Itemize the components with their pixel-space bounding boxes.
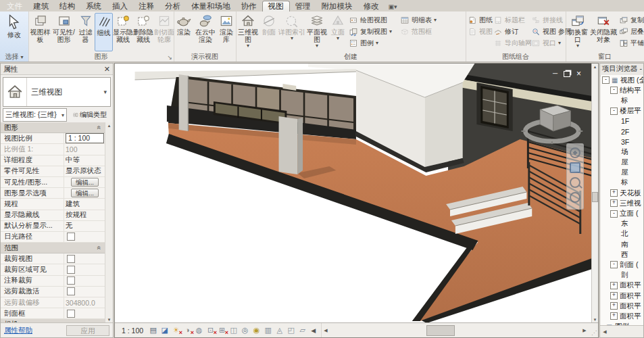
tree-expander-icon[interactable]: +: [610, 189, 618, 197]
ribbon-tab[interactable]: 修改: [358, 1, 385, 11]
ribbon-tab[interactable]: 附加模块: [316, 1, 358, 11]
filters-button[interactable]: 过滤器: [76, 13, 95, 51]
elevation-button[interactable]: 立面▾: [328, 13, 347, 51]
remove-hidden-lines-button[interactable]: 删除隐藏线: [133, 13, 153, 51]
cut-profile-button[interactable]: 剖切面轮廓: [153, 13, 175, 51]
tree-item[interactable]: 屋: [601, 158, 643, 168]
tree-item[interactable]: 东: [601, 219, 643, 229]
view-control-icon[interactable]: ◉: [251, 325, 262, 335]
tree-item[interactable]: 标: [601, 95, 643, 105]
view-control-icon[interactable]: ◑ ×: [182, 325, 193, 335]
scroll-right-icon[interactable]: ▶: [580, 323, 589, 337]
tree-expander-icon[interactable]: +: [610, 199, 618, 207]
viewport-button[interactable]: 视口▾: [530, 37, 566, 49]
horizontal-scrollbar[interactable]: ◀ ▶ ⋰: [321, 323, 598, 337]
ribbon-tab[interactable]: 管理: [290, 1, 316, 11]
tree-item[interactable]: 1F: [601, 116, 643, 126]
property-row[interactable]: 远剪裁激活: [1, 287, 105, 297]
steering-wheel-icon[interactable]: [570, 147, 580, 158]
checkbox[interactable]: [67, 255, 75, 263]
ribbon-tab[interactable]: 视图: [262, 1, 290, 11]
tree-item[interactable]: 场: [601, 147, 643, 157]
render-in-cloud-button[interactable]: 在云中渲染: [193, 13, 218, 51]
view-control-icon[interactable]: ◎: [240, 325, 250, 335]
tree-item[interactable]: 剖: [601, 270, 643, 281]
tile-windows-button[interactable]: 平铺: [618, 37, 643, 49]
property-row[interactable]: 图形显示选项 编辑...: [1, 188, 105, 199]
modify-button[interactable]: 修改: [0, 13, 28, 52]
type-selector[interactable]: 三维视图 ▾: [3, 77, 111, 107]
duplicate-view-button[interactable]: 复制视图▾: [347, 26, 399, 37]
vertical-scrollbar[interactable]: ▲ ▼: [591, 64, 598, 323]
render-button[interactable]: 渲染: [174, 13, 193, 51]
close-icon[interactable]: ✕: [104, 65, 110, 74]
checkbox[interactable]: [67, 233, 75, 241]
ribbon-tab[interactable]: 文件: [1, 1, 28, 11]
ribbon-tab[interactable]: 体量和场地: [186, 1, 236, 11]
title-block-button[interactable]: 标题栏: [492, 14, 530, 26]
tree-expander-icon[interactable]: -: [610, 107, 618, 115]
ribbon-tab[interactable]: 插入: [107, 1, 133, 11]
checkbox[interactable]: [67, 287, 75, 295]
properties-scrollbar[interactable]: ▲ ▼: [105, 122, 113, 323]
callout-button[interactable]: 详图索引▾: [278, 13, 305, 51]
property-row[interactable]: 视图比例 1 : 100: [1, 133, 105, 144]
tree-expander-icon[interactable]: -: [610, 87, 618, 94]
tree-expander-icon[interactable]: -: [610, 261, 618, 268]
model-viewport[interactable]: ─ ×: [115, 64, 592, 323]
tree-item[interactable]: - 剖面 (: [601, 260, 643, 270]
chevron-left-icon[interactable]: ◀: [309, 327, 317, 334]
ribbon-tab[interactable]: 协作: [236, 1, 262, 11]
view-template-button[interactable]: 视图样板: [29, 13, 51, 51]
sheet-button[interactable]: 图纸: [466, 14, 492, 26]
view-scale-control[interactable]: 1 : 100: [119, 326, 146, 335]
tree-item[interactable]: - 结构平: [601, 85, 643, 95]
tree-item[interactable]: + 面积平: [601, 281, 643, 291]
ribbon-tab[interactable]: 系统: [80, 1, 107, 11]
view-button[interactable]: 视图: [466, 26, 492, 37]
edit-type-button[interactable]: 编辑类型: [69, 108, 111, 122]
property-row[interactable]: 零件可见性 显示原状态: [1, 166, 105, 177]
property-row[interactable]: 可见性/图形... 编辑...: [1, 177, 105, 188]
collapse-chevron-icon[interactable]: «: [96, 246, 103, 250]
view-control-icon[interactable]: ▤: [148, 325, 158, 335]
scroll-left-icon[interactable]: ◀: [322, 323, 330, 337]
scroll-up-icon[interactable]: ▲: [105, 122, 113, 129]
tree-item[interactable]: - 立面 (: [601, 208, 643, 218]
property-row[interactable]: 详细程度 中等: [1, 155, 105, 166]
replicate-window-button[interactable]: 复制: [618, 14, 643, 26]
edit-button[interactable]: 编辑...: [71, 189, 99, 197]
view-control-icon[interactable]: ▥: [263, 325, 273, 335]
property-row[interactable]: 规程 建筑: [1, 199, 105, 210]
show-hidden-lines-button[interactable]: 显示隐藏线: [113, 13, 133, 51]
full-navigation-icon[interactable]: [570, 162, 580, 173]
3d-view-button[interactable]: 三维视图▾: [237, 13, 259, 51]
view-reference-button[interactable]: 视图 参照: [530, 26, 566, 37]
drawing-area[interactable]: ─ × ▲ ▼ 1 : 100: [114, 63, 599, 338]
tree-item[interactable]: + 面积平: [601, 311, 643, 321]
property-row[interactable]: 显示隐藏线 按规程: [1, 210, 105, 221]
property-row[interactable]: 裁剪区域可见: [1, 264, 105, 275]
apply-button[interactable]: 应用: [66, 325, 109, 336]
edit-button[interactable]: 编辑...: [71, 178, 99, 187]
property-row[interactable]: 范围 «: [1, 243, 105, 254]
property-row[interactable]: 图形 «: [1, 122, 105, 133]
close-hidden-button[interactable]: 关闭隐藏对象: [589, 13, 618, 51]
resize-grip[interactable]: ⋰: [591, 330, 597, 336]
tree-item[interactable]: 3F: [601, 137, 643, 147]
view-control-icon[interactable]: ⊡ ×: [205, 325, 216, 335]
tree-item[interactable]: 屋: [601, 168, 643, 178]
view-control-icon[interactable]: ◫: [228, 325, 239, 335]
tree-item[interactable]: + 天花板: [601, 188, 643, 198]
property-row[interactable]: 比例值 1: 100: [1, 144, 105, 155]
tree-item[interactable]: - 楼层平: [601, 106, 643, 116]
tree-item[interactable]: + 面积平: [601, 291, 643, 301]
browser-horizontal-scrollbar[interactable]: ◀: [600, 325, 643, 337]
view-control-icon[interactable]: ☀ ×: [171, 325, 181, 335]
checkbox[interactable]: [67, 276, 75, 285]
scrollbar-thumb[interactable]: [426, 325, 455, 336]
view-control-icon[interactable]: ⊞ ×: [217, 325, 227, 335]
matchline-button[interactable]: 拼接线: [530, 14, 566, 26]
tree-item[interactable]: 西: [601, 249, 643, 260]
zoom-icon[interactable]: [570, 177, 580, 188]
